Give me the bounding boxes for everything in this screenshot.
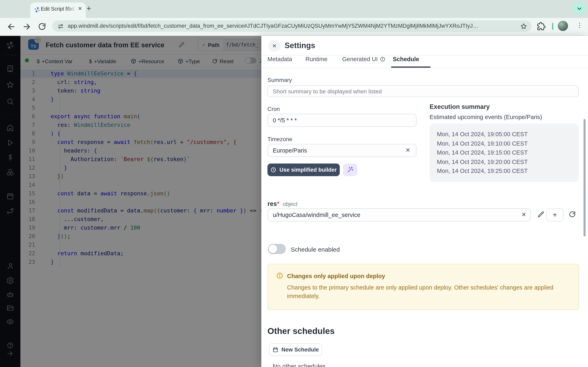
forward-icon[interactable] <box>22 22 31 31</box>
tab-schedule[interactable]: Schedule <box>393 56 419 62</box>
warning-title: Changes only applied upon deploy <box>287 273 385 279</box>
reload-icon[interactable] <box>38 22 47 31</box>
add-resource-button-panel[interactable]: + <box>546 208 563 221</box>
res-field-type: object <box>283 201 297 207</box>
tab-close-icon[interactable]: ✕ <box>78 6 82 11</box>
settings-title: Settings <box>285 41 315 50</box>
clear-timezone-icon[interactable]: ✕ <box>406 147 410 153</box>
event-row: Mon, 14 Oct 2024, 19:25:00 CEST <box>437 166 579 175</box>
tab-title: Edit Script f/bd/fetch_custom <box>41 6 76 13</box>
magic-wand-icon <box>347 166 354 173</box>
panel-divider <box>261 68 588 68</box>
execution-summary-title: Execution summary <box>430 103 490 110</box>
edit-resource-icon[interactable] <box>537 211 545 218</box>
required-asterisk: * <box>277 200 279 207</box>
bookmark-star-icon[interactable] <box>520 23 527 30</box>
execution-events: Mon, 14 Oct 2024, 19:05:00 CESTMon, 14 O… <box>430 124 579 182</box>
other-schedules-title: Other schedules <box>268 326 335 336</box>
res-field-label: res*object <box>268 200 297 208</box>
clear-resource-icon[interactable]: ✕ <box>521 211 526 218</box>
summary-input[interactable] <box>268 85 579 97</box>
window-chevron-button[interactable] <box>573 2 586 14</box>
summary-label: Summary <box>268 77 292 83</box>
simplified-builder-button[interactable]: Use simplified builder <box>268 164 340 176</box>
tab-generated-ui[interactable]: Generated UI <box>342 56 385 62</box>
panel-divider <box>261 55 588 55</box>
cron-label: Cron <box>268 106 280 112</box>
close-settings-button[interactable]: ✕ <box>268 40 281 52</box>
panel-scrollbar[interactable] <box>584 119 586 236</box>
windmill-favicon <box>34 6 41 13</box>
screen: Edit Script f/bd/fetch_custom ✕ + app.wi… <box>0 0 588 367</box>
browser-menu-icon[interactable]: ⋮ <box>577 22 583 29</box>
alert-icon <box>276 272 283 279</box>
new-schedule-button[interactable]: New Schedule <box>269 343 322 356</box>
info-icon <box>380 56 385 62</box>
settings-panel: ✕ Settings Metadata Runtime Generated UI… <box>261 36 588 367</box>
calendar-icon <box>272 347 278 353</box>
clock-icon <box>270 167 277 173</box>
resource-input[interactable] <box>268 208 531 221</box>
no-other-schedules-text: No other schedules <box>273 363 326 367</box>
event-row: Mon, 14 Oct 2024, 19:10:00 CEST <box>437 139 579 148</box>
extensions-icon[interactable] <box>537 22 545 31</box>
drawer-backdrop[interactable] <box>0 36 261 367</box>
timezone-label: Timezone <box>268 136 292 142</box>
site-info-icon[interactable] <box>58 23 64 29</box>
event-row: Mon, 14 Oct 2024, 19:20:00 CEST <box>437 157 579 166</box>
warning-body: Changes to the primary schedule are only… <box>287 284 569 300</box>
schedule-enabled-label: Schedule enabled <box>291 246 340 253</box>
url-text[interactable]: app.windmill.dev/scripts/edit/f/bd/fetch… <box>68 23 519 30</box>
timezone-input[interactable] <box>268 144 416 157</box>
chevron-down-icon <box>576 5 583 12</box>
event-row: Mon, 14 Oct 2024, 19:15:00 CEST <box>437 148 579 157</box>
ai-cron-button[interactable] <box>343 164 357 176</box>
execution-summary-subtitle: Estimated upcoming events (Europe/Paris) <box>430 114 542 120</box>
schedule-enabled-toggle[interactable] <box>268 244 286 254</box>
tab-runtime[interactable]: Runtime <box>305 56 328 62</box>
refresh-resource-icon[interactable] <box>568 210 576 218</box>
profile-avatar[interactable] <box>558 21 568 31</box>
new-tab-icon[interactable]: + <box>86 4 91 13</box>
profile-indicator <box>552 23 553 30</box>
tab-metadata[interactable]: Metadata <box>268 56 292 62</box>
back-icon[interactable] <box>7 22 16 31</box>
cron-input[interactable] <box>268 114 416 127</box>
event-row: Mon, 14 Oct 2024, 19:05:00 CEST <box>437 130 579 139</box>
